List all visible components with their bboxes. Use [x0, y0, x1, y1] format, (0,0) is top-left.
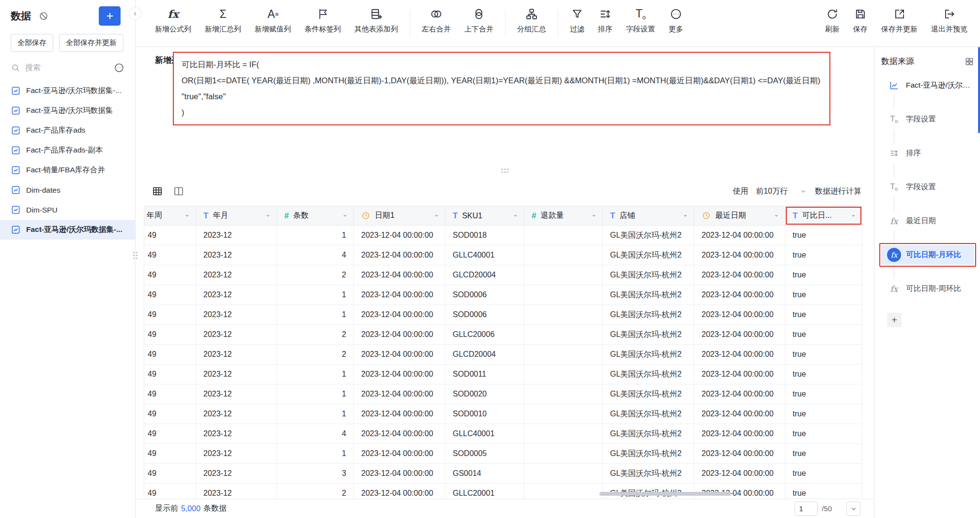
field-icon: To	[887, 112, 901, 126]
pipeline-step[interactable]: To字段设置	[881, 109, 974, 129]
pipeline-step[interactable]: To字段设置	[881, 177, 974, 197]
pipeline-step[interactable]: fx可比日期-周环比	[881, 279, 974, 299]
group-summary-button[interactable]: 分组汇总	[510, 4, 553, 46]
table-cell: SOD0006	[445, 305, 524, 325]
search-input[interactable]	[25, 63, 109, 72]
fx-icon: fx	[887, 248, 901, 262]
chevron-left-icon	[132, 10, 139, 17]
type-text-icon: T	[203, 212, 208, 220]
column-header[interactable]: T店铺	[603, 206, 694, 226]
dataset-list-item[interactable]: Fact-销量/FBA库存合并	[0, 160, 135, 180]
table-cell: 1	[277, 305, 354, 325]
table-cell: 2	[277, 484, 354, 499]
table-cell: 49	[144, 325, 196, 345]
table-cell: true	[785, 464, 862, 484]
sort-button[interactable]: 排序	[591, 4, 619, 46]
type-number-icon: #	[532, 212, 536, 220]
add-dataset-button[interactable]	[99, 6, 121, 26]
table-cell: true	[785, 365, 862, 384]
dataset-list-item[interactable]: Fact-亚马逊/沃尔玛数据集-...	[0, 81, 135, 101]
conditional-label-column-button[interactable]: 条件标签列	[298, 4, 348, 46]
merge-lr-icon	[430, 6, 443, 22]
row-count-link[interactable]: 5,000	[181, 504, 200, 513]
table-cell: 2023-12	[196, 265, 277, 285]
sidebar-resize-handle[interactable]	[133, 252, 138, 259]
formula-editor[interactable]: 可比日期-月环比 = IF(OR(日期1<=DATE( YEAR(最近日期) ,…	[173, 52, 830, 125]
splitter-handle[interactable]	[501, 168, 508, 173]
caret-down-icon[interactable]	[850, 212, 857, 219]
fx-icon: fx	[887, 282, 901, 296]
merge-left-right-button[interactable]: 左右合并	[415, 4, 458, 46]
column-view-button[interactable]	[171, 184, 186, 198]
caret-down-icon[interactable]	[590, 212, 597, 219]
refresh-button[interactable]: 刷新	[818, 4, 846, 46]
dataset-list-item[interactable]: Dim-SPU	[0, 200, 135, 220]
page-input[interactable]	[795, 502, 818, 516]
toolbar-item-label: 新增公式列	[155, 25, 191, 34]
pipeline-step[interactable]: Fact-亚马逊/沃尔玛...	[881, 76, 974, 95]
add-step-button[interactable]: +	[887, 313, 902, 327]
table-cell: GL美国沃尔玛-杭州2	[603, 265, 694, 285]
column-header[interactable]: 最近日期	[694, 206, 785, 226]
field-settings-button[interactable]: To字段设置	[619, 4, 662, 46]
caret-down-icon[interactable]	[682, 212, 689, 219]
calc-label: 数据进行计算	[815, 186, 861, 197]
caret-down-icon[interactable]	[433, 212, 440, 219]
collapse-sidebar-button[interactable]	[129, 7, 142, 20]
column-header[interactable]: T年月	[196, 206, 277, 226]
more-button[interactable]: 更多	[662, 4, 690, 46]
table-cell	[524, 404, 603, 424]
caret-down-icon[interactable]	[773, 212, 780, 219]
column-header[interactable]: 日期1	[354, 206, 445, 226]
dataset-list-item[interactable]: Fact-亚马逊/沃尔玛数据集	[0, 101, 135, 121]
pipeline-step[interactable]: 排序	[881, 143, 974, 163]
row-limit-select[interactable]: 前10万行	[754, 185, 809, 198]
page-down-button[interactable]	[846, 502, 860, 516]
caret-down-icon[interactable]	[184, 212, 191, 219]
add-formula-column-button[interactable]: fx新增公式列	[148, 4, 198, 46]
grid-view-button[interactable]	[150, 184, 165, 198]
dataset-list-item[interactable]: Dim-dates	[0, 180, 135, 200]
column-header[interactable]: T年周	[144, 206, 196, 226]
toolbar-item-label: 上下合并	[464, 25, 493, 34]
filter-button[interactable]: 过滤	[563, 4, 591, 46]
table-cell	[524, 245, 603, 265]
save-all-button[interactable]: 全部保存	[11, 34, 53, 52]
column-header[interactable]: #退款量	[524, 206, 603, 226]
pipeline-step[interactable]: fx可比日期-月环比	[881, 245, 974, 265]
pipeline-step[interactable]: fx最近日期	[881, 211, 974, 231]
caret-down-icon[interactable]	[264, 212, 272, 219]
circle-slash-icon[interactable]	[39, 11, 48, 21]
caret-down-icon[interactable]	[512, 212, 519, 219]
more-options-icon[interactable]	[114, 62, 124, 73]
add-summary-column-button[interactable]: Σ新增汇总列	[198, 4, 248, 46]
panel-scrollbar[interactable]	[978, 47, 980, 133]
table-cell: GL美国沃尔玛-杭州2	[603, 245, 694, 265]
horizontal-scrollbar[interactable]	[599, 492, 731, 496]
use-label: 使用	[733, 186, 748, 197]
count-prefix: 显示前	[155, 503, 178, 514]
field-icon: To	[636, 6, 646, 22]
table-cell: true	[785, 285, 862, 305]
save-button[interactable]: 保存	[846, 4, 874, 46]
add-column-from-other-table-button[interactable]: 其他表添加列	[348, 4, 405, 46]
save-and-update-button[interactable]: 保存并更新	[874, 4, 924, 46]
save-all-and-update-button[interactable]: 全部保存并更新	[59, 34, 123, 52]
add-assignment-column-button[interactable]: A≡新增赋值列	[248, 4, 298, 46]
exit-and-preview-button[interactable]: 退出并预览	[924, 4, 974, 46]
table-cell: 49	[144, 484, 196, 499]
column-header[interactable]: T可比日...	[785, 206, 862, 226]
dataset-icon	[11, 125, 21, 136]
dataset-list-item[interactable]: Fact-产品库存ads	[0, 121, 135, 140]
merge-top-bottom-button[interactable]: 上下合并	[458, 4, 500, 46]
dataset-list-item[interactable]: Fact-亚马逊/沃尔玛数据集-...	[0, 220, 135, 240]
column-header[interactable]: #条数	[277, 206, 354, 226]
formula-line: )	[182, 105, 822, 121]
column-header[interactable]: TSKU1	[445, 206, 524, 226]
table-cell: 2023-12	[196, 424, 277, 444]
caret-down-icon[interactable]	[341, 212, 349, 219]
table-cell: 49	[144, 424, 196, 444]
layout-icon[interactable]	[965, 57, 974, 66]
dataset-list-item[interactable]: Fact-产品库存ads-副本	[0, 140, 135, 160]
table-row: 492023-1232023-12-04 00:00:00GS0014GL美国沃…	[144, 464, 862, 484]
